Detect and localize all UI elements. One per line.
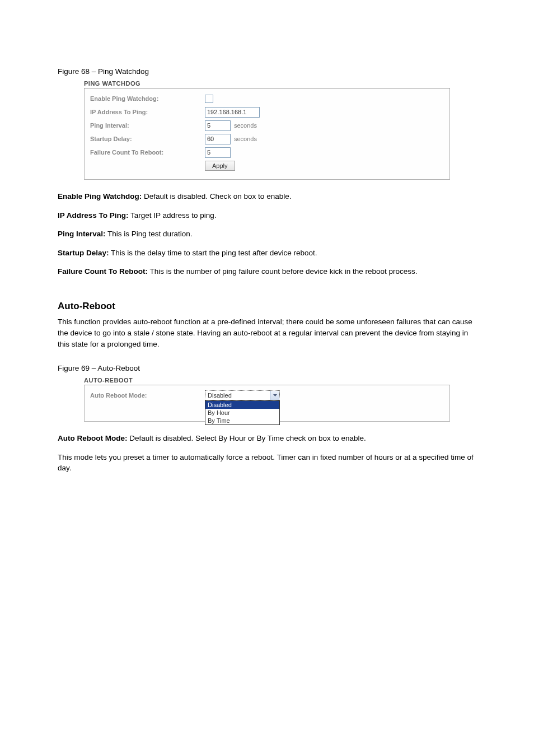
auto-reboot-mode-selected: Disabled	[208, 392, 232, 399]
desc-startup-text: This is the delay time to start the ping…	[109, 249, 317, 257]
svg-marker-0	[273, 394, 277, 396]
ping-interval-unit: seconds	[234, 122, 257, 129]
startup-delay-unit: seconds	[234, 136, 257, 142]
desc-ip-text: Target IP address to ping.	[129, 211, 217, 220]
desc-failcount-text: This is the number of ping failure count…	[148, 267, 418, 276]
ping-watchdog-descriptions: Enable Ping Watchdog: Default is disable…	[58, 191, 476, 277]
auto-reboot-mode-dropdown[interactable]: Disabled By Hour By Time	[205, 400, 280, 425]
startup-delay-label: Startup Delay:	[90, 136, 205, 142]
ping-watchdog-section-title: PING WATCHDOG	[84, 80, 503, 87]
auto-reboot-option-by-hour[interactable]: By Hour	[205, 409, 279, 417]
ping-interval-input[interactable]	[205, 120, 231, 131]
desc-enable-label: Enable Ping Watchdog:	[58, 192, 142, 200]
desc-startup-label: Startup Delay:	[58, 249, 109, 257]
chevron-down-icon	[270, 391, 279, 400]
ping-interval-label: Ping Interval:	[90, 122, 205, 129]
auto-reboot-section-title: AUTO-REBOOT	[84, 377, 503, 384]
desc-interval-label: Ping Interval:	[58, 230, 106, 238]
failure-count-label: Failure Count To Reboot:	[90, 149, 205, 156]
ip-to-ping-input[interactable]	[205, 107, 260, 118]
auto-reboot-descriptions: Auto Reboot Mode: Default is disabled. S…	[58, 433, 476, 474]
auto-reboot-heading-text: This function provides auto-reboot funct…	[58, 316, 476, 349]
desc-auto-reboot-mode-label: Auto Reboot Mode:	[58, 434, 127, 442]
auto-reboot-panel: Auto Reboot Mode: Disabled Disabled By H…	[84, 385, 450, 422]
desc-enable-text: Default is disabled. Check on box to ena…	[142, 192, 291, 200]
desc-failcount-label: Failure Count To Reboot:	[58, 267, 148, 276]
enable-ping-watchdog-label: Enable Ping Watchdog:	[90, 95, 205, 102]
auto-reboot-mode-label: Auto Reboot Mode:	[90, 392, 205, 399]
auto-reboot-option-by-time[interactable]: By Time	[205, 417, 279, 424]
desc-ip-label: IP Address To Ping:	[58, 211, 129, 220]
ping-watchdog-figure-caption: Figure 68 – Ping Watchdog	[58, 67, 503, 76]
apply-button[interactable]: Apply	[205, 161, 235, 171]
auto-reboot-figure-caption: Figure 69 – Auto-Reboot	[58, 364, 503, 372]
ping-watchdog-panel: Enable Ping Watchdog: IP Address To Ping…	[84, 88, 450, 180]
auto-reboot-heading: Auto-Reboot	[58, 300, 476, 314]
desc-auto-reboot-mode-note: This mode lets you preset a timer to aut…	[58, 452, 476, 474]
auto-reboot-heading-block: Auto-Reboot This function provides auto-…	[58, 300, 476, 349]
desc-auto-reboot-mode-text: Default is disabled. Select By Hour or B…	[127, 434, 366, 442]
auto-reboot-mode-select[interactable]: Disabled Disabled By Hour By Time	[205, 390, 280, 400]
auto-reboot-option-disabled[interactable]: Disabled	[205, 401, 279, 409]
desc-interval-text: This is Ping test duration.	[106, 230, 193, 238]
failure-count-input[interactable]	[205, 147, 231, 158]
ip-to-ping-label: IP Address To Ping:	[90, 109, 205, 115]
startup-delay-input[interactable]	[205, 134, 231, 144]
enable-ping-watchdog-checkbox[interactable]	[205, 95, 213, 103]
